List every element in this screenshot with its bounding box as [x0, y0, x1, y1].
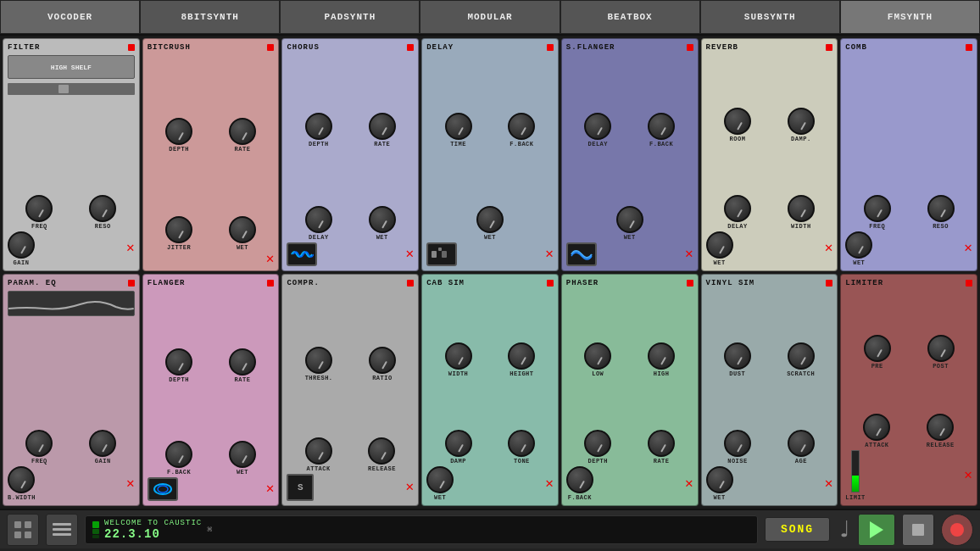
grid-view-button[interactable] — [7, 514, 39, 546]
sflanger-bypass[interactable]: ✕ — [685, 248, 693, 261]
metronome-icon[interactable]: ♩ — [837, 515, 851, 544]
reverb-room-knob[interactable] — [724, 108, 751, 135]
comb-freq-knob[interactable] — [864, 195, 891, 222]
reverb-wet-knob[interactable] — [706, 231, 733, 259]
parameq-gain-knob[interactable] — [89, 430, 116, 457]
comb-led[interactable] — [966, 44, 972, 51]
vinylsim-age-knob[interactable] — [788, 430, 815, 457]
bitcrush-jitter-knob[interactable] — [165, 216, 192, 243]
phaser-rate-knob[interactable] — [648, 430, 675, 457]
delay-bypass[interactable]: ✕ — [545, 248, 554, 261]
phaser-fback-knob[interactable] — [566, 466, 593, 493]
limiter-release-knob[interactable] — [927, 414, 954, 441]
sflanger-fback-knob[interactable] — [648, 113, 675, 140]
reverb-bypass[interactable]: ✕ — [825, 242, 833, 255]
flanger-led[interactable] — [267, 280, 274, 287]
flanger-fback-knob[interactable] — [165, 441, 192, 468]
bitcrush-bypass[interactable]: ✕ — [266, 253, 275, 266]
cabsim-bypass[interactable]: ✕ — [545, 477, 554, 491]
parameq-led[interactable] — [128, 280, 135, 287]
cabsim-led[interactable] — [547, 280, 554, 287]
compr-attack-knob[interactable] — [305, 437, 332, 465]
parameq-bwidth-knob[interactable] — [8, 466, 35, 493]
nav-beatbox[interactable]: BEATBOX — [560, 0, 700, 34]
filter-slider[interactable] — [8, 83, 135, 95]
svg-rect-1 — [442, 251, 447, 258]
bitcrush-rate-knob[interactable] — [229, 118, 256, 145]
filter-bypass[interactable]: ✕ — [126, 242, 135, 255]
bitcrush-wet-knob[interactable] — [229, 216, 256, 243]
flanger-bypass[interactable]: ✕ — [266, 482, 275, 496]
bitcrush-depth-knob[interactable] — [165, 118, 192, 145]
cabsim-height-knob[interactable] — [508, 342, 535, 370]
cabsim-wet-knob[interactable] — [426, 466, 454, 493]
phaser-led[interactable] — [687, 280, 693, 287]
reverb-width-knob[interactable] — [788, 195, 815, 222]
nav-subsynth[interactable]: SUBSYNTH — [700, 0, 840, 34]
vinylsim-bypass[interactable]: ✕ — [825, 477, 833, 491]
limiter-post-knob[interactable] — [927, 335, 955, 362]
nav-modular[interactable]: MODULAR — [420, 0, 560, 34]
chorus-wet-knob[interactable] — [369, 206, 396, 233]
filter-led[interactable] — [128, 44, 135, 51]
delay-led[interactable] — [547, 44, 554, 51]
nav-8bitsynth[interactable]: 8BITSYNTH — [140, 0, 280, 34]
chorus-led[interactable] — [407, 44, 414, 51]
delay-wet-knob[interactable] — [476, 206, 504, 233]
cabsim-tone-knob[interactable] — [508, 430, 535, 457]
comb-reso-knob[interactable] — [927, 195, 955, 222]
phaser-depth-knob[interactable] — [584, 430, 611, 457]
comb-bypass[interactable]: ✕ — [964, 242, 972, 255]
phaser-low-knob[interactable] — [584, 342, 611, 370]
flanger-wet-knob[interactable] — [229, 441, 256, 468]
sflanger-wet-knob[interactable] — [616, 206, 643, 233]
limiter-attack-knob[interactable] — [863, 414, 890, 441]
filter-freq-knob[interactable] — [25, 195, 53, 222]
phaser-high-knob[interactable] — [648, 342, 675, 370]
nav-fmsynth[interactable]: FMSYNTH — [840, 0, 980, 34]
vinylsim-led[interactable] — [826, 280, 832, 287]
flanger-rate-knob[interactable] — [229, 348, 256, 376]
delay-fback-knob[interactable] — [508, 113, 535, 140]
limiter-bypass[interactable]: ✕ — [964, 469, 972, 482]
nav-padsynth[interactable]: PADSYNTH — [280, 0, 420, 34]
phaser-bypass[interactable]: ✕ — [685, 477, 693, 491]
cabsim-width-knob[interactable] — [445, 342, 472, 370]
chorus-rate-knob[interactable] — [369, 113, 396, 140]
vinylsim-dust-knob[interactable] — [724, 342, 751, 370]
compr-led[interactable] — [407, 280, 414, 287]
parameq-bypass[interactable]: ✕ — [126, 477, 135, 491]
compr-thresh-knob[interactable] — [305, 347, 332, 374]
reverb-delay-knob[interactable] — [724, 195, 751, 222]
flanger-depth-knob[interactable] — [165, 348, 192, 376]
compr-bypass[interactable]: ✕ — [406, 481, 415, 494]
parameq-freq-knob[interactable] — [25, 430, 53, 457]
vinylsim-noise-knob[interactable] — [724, 430, 751, 457]
sflanger-led[interactable] — [687, 44, 693, 51]
filter-gain-knob[interactable] — [8, 231, 35, 259]
reverb-damp-knob[interactable] — [788, 108, 815, 135]
chorus-depth-knob[interactable] — [305, 113, 332, 140]
limiter-pre-knob[interactable] — [864, 335, 891, 362]
stop-button[interactable] — [902, 514, 934, 546]
compr-ratio-knob[interactable] — [369, 347, 396, 374]
svg-rect-5 — [14, 521, 21, 528]
chorus-delay-knob[interactable] — [305, 206, 332, 233]
chorus-bypass[interactable]: ✕ — [406, 248, 415, 261]
compr-release-knob[interactable] — [368, 437, 395, 465]
record-button[interactable] — [941, 514, 973, 546]
vinylsim-scratch-knob[interactable] — [788, 342, 815, 370]
song-button[interactable]: SONG — [765, 517, 830, 542]
bitcrush-led[interactable] — [267, 44, 274, 51]
vinylsim-wet-knob[interactable] — [706, 466, 733, 493]
delay-time-knob[interactable] — [445, 113, 472, 140]
cabsim-damp-knob[interactable] — [445, 430, 472, 457]
menu-button[interactable] — [46, 514, 78, 546]
comb-wet-knob[interactable] — [845, 231, 872, 259]
nav-vocoder[interactable]: VOCODER — [0, 0, 140, 34]
play-button[interactable] — [858, 514, 895, 546]
filter-reso-knob[interactable] — [89, 195, 116, 222]
limiter-led[interactable] — [966, 280, 972, 287]
reverb-led[interactable] — [826, 44, 832, 51]
sflanger-delay-knob[interactable] — [584, 113, 611, 140]
